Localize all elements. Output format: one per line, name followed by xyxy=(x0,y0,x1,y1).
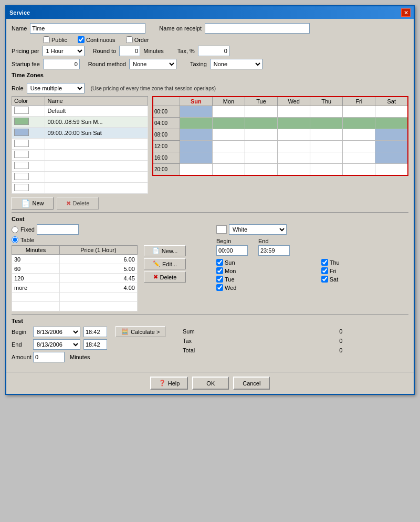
price-row[interactable]: more 4.00 xyxy=(12,283,138,293)
color-name-row[interactable] xyxy=(12,139,148,150)
table-radio[interactable] xyxy=(12,236,18,243)
new-timezone-button[interactable]: 📄 New xyxy=(12,197,54,210)
delete-cost-button[interactable]: ✖ Delete xyxy=(144,272,186,283)
sum-row: Sum 0 xyxy=(181,327,407,336)
role-select[interactable]: Use multiple Use first Use last xyxy=(27,83,85,93)
cal-cell[interactable] xyxy=(212,106,245,118)
cancel-button[interactable]: Cancel xyxy=(233,377,270,390)
cal-cell[interactable] xyxy=(310,118,343,129)
cal-cell[interactable] xyxy=(375,152,408,164)
cal-cell[interactable] xyxy=(245,106,277,118)
public-checkbox[interactable] xyxy=(43,36,50,43)
cal-cell[interactable] xyxy=(212,152,245,164)
close-button[interactable]: ✕ xyxy=(401,8,411,17)
color-name-row[interactable] xyxy=(12,172,148,183)
cal-cell[interactable] xyxy=(180,106,212,118)
ok-button[interactable]: OK xyxy=(192,377,229,390)
name-on-receipt-input[interactable] xyxy=(205,23,310,34)
edit-cost-button[interactable]: ✏️ Edit... xyxy=(144,258,186,269)
cal-cell[interactable] xyxy=(180,129,212,141)
wed-checkbox[interactable] xyxy=(216,284,223,291)
cal-cell[interactable] xyxy=(278,152,310,164)
calculate-button[interactable]: 🧮 Calculate > xyxy=(116,326,165,337)
cal-cell[interactable] xyxy=(212,129,245,141)
cal-cell[interactable] xyxy=(212,164,245,175)
cal-cell[interactable] xyxy=(375,129,408,141)
sun-checkbox[interactable] xyxy=(216,259,223,266)
color-name-row[interactable]: 00:00..08:59 Sun M... xyxy=(12,117,148,128)
cal-cell[interactable] xyxy=(343,141,375,152)
fixed-value-input[interactable] xyxy=(37,224,79,235)
color-name-row[interactable] xyxy=(12,161,148,172)
color-name-row[interactable]: 09:00..20:00 Sun Sat xyxy=(12,128,148,139)
cal-cell[interactable] xyxy=(245,118,277,129)
tue-checkbox[interactable] xyxy=(216,276,223,283)
cal-cell[interactable] xyxy=(310,152,343,164)
help-button[interactable]: ❓ Help xyxy=(150,377,188,390)
cal-cell[interactable] xyxy=(310,129,343,141)
startup-fee-input[interactable] xyxy=(43,59,80,69)
price-row[interactable] xyxy=(12,293,138,302)
price-row[interactable]: 120 4.45 xyxy=(12,274,138,283)
color-select[interactable]: White Red Green Blue xyxy=(229,224,287,235)
delete-timezone-button[interactable]: ✖ Delete xyxy=(57,197,99,210)
cal-cell[interactable] xyxy=(212,141,245,152)
color-name-row[interactable]: Default xyxy=(12,106,148,117)
minutes-cell: more xyxy=(12,283,60,293)
name-input[interactable] xyxy=(30,23,145,34)
cal-cell[interactable] xyxy=(310,106,343,118)
cal-cell[interactable] xyxy=(343,129,375,141)
cal-cell[interactable] xyxy=(310,164,343,175)
cal-cell[interactable] xyxy=(180,152,212,164)
thu-checkbox[interactable] xyxy=(321,259,328,266)
test-begin-time-input[interactable] xyxy=(83,327,107,337)
test-end-date-select[interactable]: 8/13/2006 xyxy=(33,339,80,350)
price-row[interactable]: 60 5.00 xyxy=(12,264,138,274)
cal-cell[interactable] xyxy=(343,106,375,118)
color-cell xyxy=(12,128,45,139)
cal-cell[interactable] xyxy=(375,141,408,152)
cal-cell[interactable] xyxy=(343,152,375,164)
cal-cell[interactable] xyxy=(343,164,375,175)
new-cost-button[interactable]: 📄 New... xyxy=(144,245,186,256)
cal-cell[interactable] xyxy=(343,118,375,129)
color-name-row[interactable] xyxy=(12,150,148,161)
continuous-checkbox[interactable] xyxy=(78,36,85,43)
name-cell xyxy=(45,150,148,161)
cal-cell[interactable] xyxy=(245,141,277,152)
cal-cell[interactable] xyxy=(375,106,408,118)
cal-cell[interactable] xyxy=(278,164,310,175)
cal-cell[interactable] xyxy=(245,129,277,141)
cal-cell[interactable] xyxy=(180,164,212,175)
cal-cell[interactable] xyxy=(278,106,310,118)
cal-cell[interactable] xyxy=(278,118,310,129)
order-checkbox[interactable] xyxy=(126,36,133,43)
cal-cell[interactable] xyxy=(375,118,408,129)
price-row[interactable]: 30 6.00 xyxy=(12,255,138,264)
begin-time-input[interactable] xyxy=(216,245,248,256)
cal-cell[interactable] xyxy=(310,141,343,152)
mon-checkbox[interactable] xyxy=(216,267,223,274)
cal-cell[interactable] xyxy=(212,118,245,129)
test-begin-date-select[interactable]: 8/13/2006 xyxy=(33,327,80,337)
cal-cell[interactable] xyxy=(180,118,212,129)
end-time-input[interactable] xyxy=(258,245,290,256)
tax-input[interactable] xyxy=(198,46,229,56)
cal-cell[interactable] xyxy=(245,152,277,164)
fri-checkbox[interactable] xyxy=(321,267,328,274)
taxing-select[interactable]: None Inclusive Exclusive xyxy=(210,59,262,69)
cal-cell[interactable] xyxy=(375,164,408,175)
cal-cell[interactable] xyxy=(245,164,277,175)
pricing-per-select[interactable]: 1 Hour 30 Min Day xyxy=(43,46,85,56)
color-name-row[interactable] xyxy=(12,183,148,194)
test-end-time-input[interactable] xyxy=(83,339,107,350)
round-method-select[interactable]: None Up Down xyxy=(129,59,176,69)
round-to-input[interactable] xyxy=(119,46,140,56)
sat-checkbox[interactable] xyxy=(321,276,328,283)
test-amount-input[interactable] xyxy=(33,352,65,362)
price-row[interactable] xyxy=(12,302,138,311)
cal-cell[interactable] xyxy=(278,141,310,152)
fixed-radio[interactable] xyxy=(12,226,18,233)
cal-cell[interactable] xyxy=(180,141,212,152)
cal-cell[interactable] xyxy=(278,129,310,141)
